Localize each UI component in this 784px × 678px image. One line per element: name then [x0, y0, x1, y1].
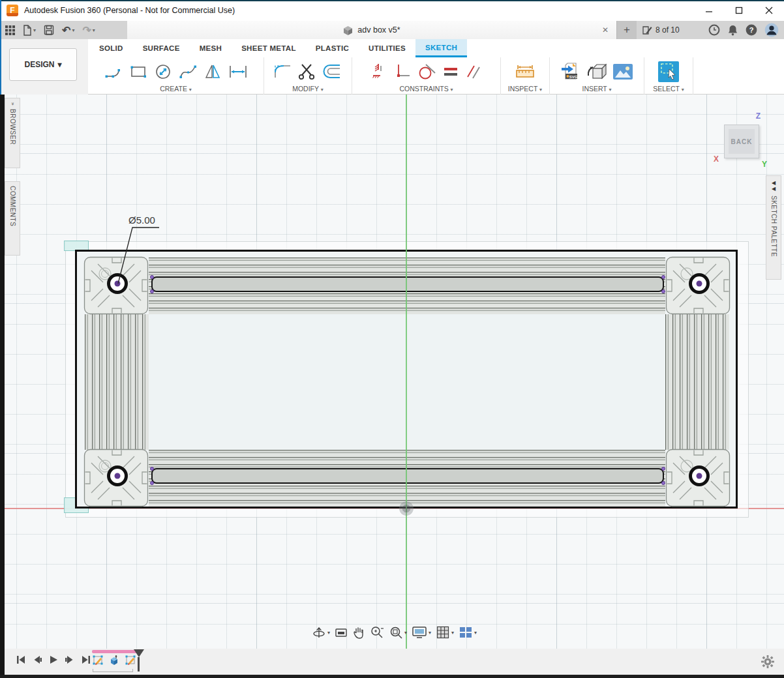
tab-sketch[interactable]: SKETCH: [415, 39, 467, 57]
select-dropdown[interactable]: SELECT ▾: [644, 85, 693, 93]
navigation-toolbar: ▾ ▾ ▾ ▾ ▾: [312, 623, 477, 642]
title-bar: F Autodesk Fusion 360 (Personal - Not fo…: [0, 0, 784, 21]
job-status-clock-icon[interactable]: [708, 24, 720, 36]
notifications-bell-icon[interactable]: [727, 24, 738, 36]
sketch-palette-label: SKETCH PALETTE: [770, 196, 777, 257]
group-create: CREATE ▾: [88, 57, 264, 95]
maximize-button[interactable]: [724, 0, 754, 21]
viewcube-x-axis-label: X: [714, 155, 719, 164]
slot-bottom[interactable]: [151, 468, 664, 484]
constraint-parallel-tool[interactable]: [464, 62, 483, 81]
minimize-button[interactable]: [694, 0, 724, 21]
chevron-down-icon: ▾: [33, 27, 36, 33]
fit-view-button[interactable]: ▾: [389, 625, 407, 640]
create-circle-tool[interactable]: [153, 62, 174, 81]
dimension-leader-line: [111, 222, 166, 290]
tab-mesh[interactable]: MESH: [190, 39, 232, 57]
timeline-position-marker[interactable]: [134, 649, 144, 671]
model-canvas[interactable]: Ø5.00 BACK Z X Y » BROWSER COMMENTS ◀◀ S…: [0, 95, 784, 649]
slot-top[interactable]: [151, 276, 664, 292]
chevron-down-icon: ▾: [72, 27, 74, 33]
display-settings-button[interactable]: ▾: [412, 625, 431, 640]
viewcube-z-axis-label: Z: [756, 111, 761, 121]
user-avatar[interactable]: [764, 23, 779, 37]
modify-dropdown[interactable]: MODIFY ▾: [264, 85, 352, 93]
undo-button[interactable]: ↶ ▾: [62, 24, 74, 37]
app-grid-icon[interactable]: [5, 25, 15, 35]
timeline-settings-gear-icon[interactable]: [761, 655, 775, 669]
orbit-button[interactable]: ▾: [312, 625, 330, 640]
create-rectangle-tool[interactable]: [128, 62, 149, 81]
modify-trim-tool[interactable]: [297, 62, 318, 81]
create-spline-tool[interactable]: [178, 62, 199, 81]
grid-snap-button[interactable]: ▾: [436, 625, 454, 640]
collapse-left-icon: ◀◀: [771, 180, 777, 192]
tab-sheet-metal[interactable]: SHEET METAL: [232, 39, 306, 57]
workspace-selector[interactable]: DESIGN ▾: [9, 48, 77, 81]
help-glyph: ?: [749, 26, 754, 34]
version-badge[interactable]: 8 of 10: [642, 21, 680, 39]
inspect-measure-tool[interactable]: [513, 62, 537, 81]
new-tab-button[interactable]: +: [616, 21, 637, 39]
modify-offset-tool[interactable]: [322, 62, 343, 81]
timeline-step-forward-button[interactable]: [65, 655, 75, 665]
sketch-origin-point[interactable]: [399, 501, 414, 516]
timeline-step-back-button[interactable]: [32, 655, 42, 665]
group-constraints: CONSTRAINTS ▾: [352, 57, 501, 95]
group-select: SELECT ▾: [644, 57, 693, 95]
inspect-dropdown[interactable]: INSPECT ▾: [501, 85, 549, 93]
create-mirror-tool[interactable]: [203, 62, 224, 81]
tab-surface[interactable]: SURFACE: [133, 39, 190, 57]
fusion360-window: F Autodesk Fusion 360 (Personal - Not fo…: [0, 0, 784, 678]
constraint-vertical-horizontal-tool[interactable]: [393, 62, 413, 81]
document-tab[interactable]: adv box v5* ✕: [127, 21, 616, 39]
group-insert: SVG INSERT ▾: [550, 57, 644, 95]
insert-svg-tool[interactable]: SVG: [560, 61, 582, 82]
timeline-play-button[interactable]: [48, 655, 59, 665]
insert-dropdown[interactable]: INSERT ▾: [550, 85, 644, 93]
sketch-palette-tab[interactable]: ◀◀ SKETCH PALETTE: [766, 175, 781, 280]
tab-solid[interactable]: SOLID: [89, 39, 133, 57]
constraint-fix-tool[interactable]: [370, 62, 389, 81]
create-dimension-tool[interactable]: [228, 62, 249, 81]
insert-mesh-tool[interactable]: [586, 61, 609, 82]
ribbon: DESIGN ▾ SOLID SURFACE MESH SHEET METAL …: [0, 39, 784, 95]
create-line-tool[interactable]: [104, 62, 125, 81]
create-dropdown[interactable]: CREATE ▾: [88, 85, 264, 93]
constraint-tangent-tool[interactable]: [417, 62, 438, 81]
document-tab-close-icon[interactable]: ✕: [602, 21, 609, 39]
modify-fillet-tool[interactable]: [273, 62, 294, 81]
constraints-dropdown[interactable]: CONSTRAINTS ▾: [352, 85, 500, 93]
corner-profile-bottom-right: [665, 449, 731, 507]
timeline-feature-extrude[interactable]: [108, 655, 120, 666]
help-icon[interactable]: ?: [746, 24, 757, 36]
insert-canvas-tool[interactable]: [612, 63, 633, 81]
browser-panel-tab[interactable]: » BROWSER: [5, 98, 20, 168]
viewports-button[interactable]: ▾: [459, 625, 477, 640]
save-button[interactable]: [44, 25, 54, 35]
timeline-bar: [0, 649, 784, 678]
comments-panel-tab[interactable]: COMMENTS: [5, 181, 20, 256]
timeline-skip-end-button[interactable]: [81, 655, 91, 665]
window-title: Autodesk Fusion 360 (Personal - Not for …: [24, 6, 235, 15]
look-at-button[interactable]: [335, 626, 348, 639]
close-button[interactable]: [754, 0, 784, 21]
tab-plastic[interactable]: PLASTIC: [306, 39, 359, 57]
viewcube[interactable]: BACK Z X Y: [723, 122, 762, 161]
document-tab-title: adv box v5*: [357, 25, 400, 35]
zoom-button[interactable]: [370, 625, 384, 640]
version-badge-label: 8 of 10: [656, 25, 680, 35]
expand-right-icon: »: [10, 102, 16, 105]
tab-utilities[interactable]: UTILITIES: [359, 39, 415, 57]
constraint-equal-tool[interactable]: [442, 62, 460, 81]
viewcube-face-label: BACK: [729, 129, 755, 154]
select-tool[interactable]: [657, 61, 680, 83]
chevron-down-icon: ▾: [93, 27, 95, 33]
file-menu-button[interactable]: ▾: [23, 25, 36, 36]
sketch-interior: [149, 314, 665, 450]
timeline-skip-start-button[interactable]: [16, 655, 26, 665]
timeline-selection-bar: [92, 650, 140, 653]
redo-button[interactable]: ↷ ▾: [82, 24, 95, 37]
timeline-feature-sketch-1[interactable]: [92, 655, 104, 666]
pan-button[interactable]: [352, 625, 365, 640]
